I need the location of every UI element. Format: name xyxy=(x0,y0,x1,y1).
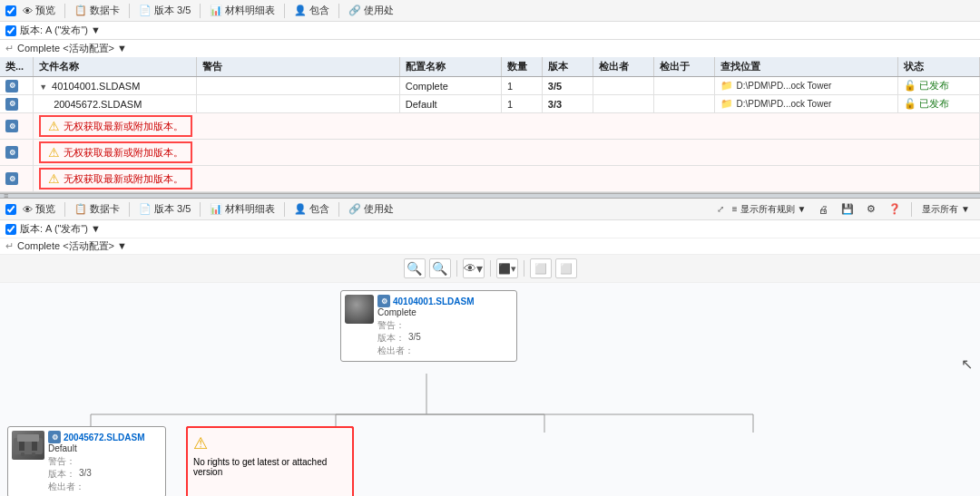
grid-btn-2[interactable]: ⬜ xyxy=(530,258,552,278)
row2-qty: 1 xyxy=(501,95,542,113)
version-icon: 📄 xyxy=(139,5,152,16)
save-icon: 💾 xyxy=(841,203,854,215)
table-row[interactable]: ⚙ ▼ 40104001.SLDASM Complete 1 3/5 xyxy=(0,77,980,95)
error-text-1: 无权获取最新或附加版本。 xyxy=(64,120,183,133)
version-label: 版本: A ("发布") ▼ xyxy=(20,24,101,35)
settings-icon: ⚙ xyxy=(867,203,876,215)
error-text-3: 无权获取最新或附加版本。 xyxy=(64,172,183,186)
show-all-label: 显示所有 ▼ xyxy=(922,203,970,216)
child1-node-card[interactable]: ⚙ 20045672.SLDASM Default 警告： 版本： 3 xyxy=(7,426,166,496)
show-all-btn[interactable]: 显示所有 ▼ xyxy=(917,201,975,218)
settings-btn[interactable]: ⚙ xyxy=(862,201,880,217)
table-row[interactable]: ⚙ ⚠ 无权获取最新或附加版本。 xyxy=(0,113,980,140)
grid-btn-3[interactable]: ⬜ xyxy=(555,258,577,278)
bottom-sep-4 xyxy=(284,202,285,217)
col-header-checkout[interactable]: 检出者 xyxy=(593,57,653,77)
bottom-version-dropdown[interactable]: 版本: A ("发布") ▼ xyxy=(20,222,101,236)
preview-checkbox[interactable] xyxy=(5,5,16,16)
bottom-bom-btn[interactable]: 📊 材料明细表 xyxy=(205,200,279,218)
bottom-preview-checkbox[interactable] xyxy=(5,204,16,215)
toolbar-usedby-btn[interactable]: 🔗 使用处 xyxy=(344,2,398,19)
col-header-config[interactable]: 配置名称 xyxy=(399,57,501,77)
table-row[interactable]: ⚙ ⚠ 无权获取最新或附加版本。 xyxy=(0,140,980,166)
root-node-card[interactable]: ⚙ 40104001.SLDASM Complete 警告： 版本： xyxy=(340,290,517,362)
row1-warning xyxy=(196,77,399,95)
help-icon: ❓ xyxy=(888,203,901,215)
zoom-plus-btn[interactable]: 🔍 xyxy=(429,258,451,278)
bottom-datacard-label: 数据卡 xyxy=(90,202,120,216)
bottom-sep-5 xyxy=(338,202,339,217)
version-bar: 版本: A ("发布") ▼ xyxy=(0,22,980,40)
bottom-contains-label: 包含 xyxy=(309,202,329,216)
toolbar-version-btn[interactable]: 📄 版本 3/5 xyxy=(134,2,195,19)
bottom-config-dropdown[interactable]: Complete <活动配置> ▼ xyxy=(17,239,127,253)
row2-warning xyxy=(196,95,399,113)
bottom-config-arrow: ↵ xyxy=(5,240,14,252)
bottom-contains-btn[interactable]: 👤 包含 xyxy=(289,200,334,218)
root-card-info: ⚙ 40104001.SLDASM Complete 警告： 版本： xyxy=(377,295,513,357)
toolbar-preview-btn[interactable]: 👁 预览 xyxy=(18,2,60,19)
row1-filename: ▼ 40104001.SLDASM xyxy=(34,77,196,95)
root-card-title: 40104001.SLDASM xyxy=(393,297,475,306)
warn-triangle-2: ⚠ xyxy=(48,145,60,160)
toolbar-version-label: 版本 3/5 xyxy=(154,4,191,17)
bottom-config-text: Complete <活动配置> ▼ xyxy=(17,240,127,251)
svg-rect-10 xyxy=(17,434,39,442)
svg-rect-13 xyxy=(21,452,24,456)
bottom-sep-3 xyxy=(200,202,201,217)
config-bar: ↵ Complete <活动配置> ▼ xyxy=(0,40,980,57)
asm-icon-1: ⚙ xyxy=(5,80,18,92)
zoom-search-btn[interactable]: 🔍 xyxy=(404,258,426,278)
toolbar-bom-btn[interactable]: 📊 材料明细表 xyxy=(205,2,279,19)
child1-asm-icon: ⚙ xyxy=(48,431,61,443)
bottom-version-checkbox[interactable] xyxy=(5,224,16,235)
bottom-usedby-btn[interactable]: 🔗 使用处 xyxy=(344,200,398,218)
config-label: Complete <活动配置> ▼ xyxy=(17,43,127,53)
version-dropdown-btn[interactable]: 版本: A ("发布") ▼ xyxy=(20,24,101,37)
grid-btn-1[interactable]: ⬛▾ xyxy=(496,258,518,278)
col-header-version[interactable]: 版本 xyxy=(542,57,593,77)
version-checkbox[interactable] xyxy=(5,25,16,36)
row4-type: ⚙ xyxy=(0,140,34,166)
asm-icon-5: ⚙ xyxy=(5,172,18,185)
bottom-panel: 👁 预览 📋 数据卡 📄 版本 3/5 📊 材料明细表 xyxy=(0,199,980,496)
bottom-datacard-btn[interactable]: 📋 数据卡 xyxy=(70,200,124,218)
print-btn[interactable]: 🖨 xyxy=(814,202,833,217)
col-header-qty[interactable]: 数量 xyxy=(501,57,542,77)
bottom-preview-btn[interactable]: 👁 预览 xyxy=(18,200,60,218)
machine-svg xyxy=(12,431,44,458)
toolbar-contains-btn[interactable]: 👤 包含 xyxy=(289,2,334,19)
col-header-filename[interactable]: 文件名称 xyxy=(34,57,196,77)
main-container: 👁 预览 📋 数据卡 📄 版本 3/5 📊 材料明细表 👤 包含 xyxy=(0,0,980,496)
col-header-location[interactable]: 查找位置 xyxy=(715,57,898,77)
row2-version: 3/3 xyxy=(542,95,593,113)
child1-card-header: ⚙ 20045672.SLDASM Default 警告： 版本： 3 xyxy=(12,431,162,493)
bottom-config-bar: ↵ Complete <活动配置> ▼ xyxy=(0,238,980,255)
separator-1 xyxy=(64,4,65,18)
show-rules-btn[interactable]: ≡ 显示所有规则 ▼ xyxy=(728,201,811,218)
save-btn[interactable]: 💾 xyxy=(837,201,858,217)
tree-area: ⚙ 40104001.SLDASM Complete 警告： 版本： xyxy=(0,283,980,496)
svg-rect-11 xyxy=(19,442,24,451)
status-badge-1: 🔓 已发布 xyxy=(904,79,974,92)
col-header-warning[interactable]: 警告 xyxy=(196,57,399,77)
eye-dropdown-btn[interactable]: 👁▾ xyxy=(463,258,485,278)
help-btn[interactable]: ❓ xyxy=(884,201,906,217)
table-row[interactable]: ⚙ ⚠ 无权获取最新或附加版本。 xyxy=(0,166,980,192)
root-asm-icon: ⚙ xyxy=(377,295,390,307)
error-node-3: ⚠ No rights to get latest or attached ve… xyxy=(186,426,354,496)
toolbar-datacard-btn[interactable]: 📋 数据卡 xyxy=(70,2,124,19)
config-dropdown-btn[interactable]: Complete <活动配置> ▼ xyxy=(17,42,127,55)
rules-icon: ≡ xyxy=(732,204,738,214)
col-header-checkoutat[interactable]: 检出于 xyxy=(654,57,715,77)
bottom-version-btn[interactable]: 📄 版本 3/5 xyxy=(134,200,195,218)
row2-type: ⚙ xyxy=(0,95,34,113)
row2-location: 📁 D:\PDM\PD...ock Tower xyxy=(715,95,898,113)
root-card-title-row: ⚙ 40104001.SLDASM xyxy=(377,295,513,307)
col-header-status[interactable]: 状态 xyxy=(898,57,980,77)
expand-icon-1[interactable]: ▼ xyxy=(39,83,47,92)
toolbar-contains-label: 包含 xyxy=(309,4,329,17)
table-row[interactable]: ⚙ 20045672.SLDASM Default 1 3/3 📁 xyxy=(0,95,980,113)
top-toolbar: 👁 预览 📋 数据卡 📄 版本 3/5 📊 材料明细表 👤 包含 xyxy=(0,0,980,22)
tree-content: ⚙ 40104001.SLDASM Complete 警告： 版本： xyxy=(0,283,980,496)
